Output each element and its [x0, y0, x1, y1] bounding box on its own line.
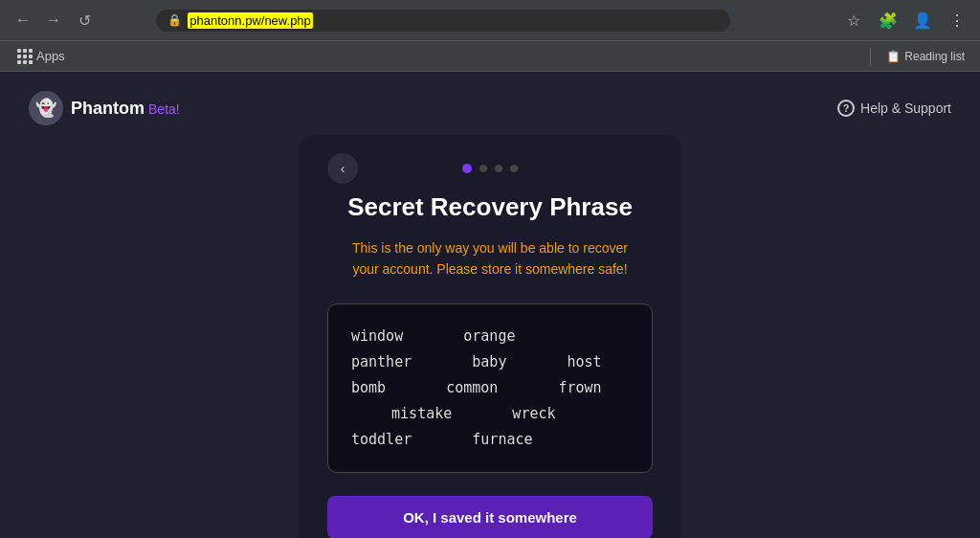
- apps-label: Apps: [36, 49, 65, 63]
- apps-grid-icon: [17, 49, 33, 64]
- back-button[interactable]: ←: [10, 7, 36, 34]
- phantom-icon: 👻: [29, 91, 63, 125]
- page-content: 👻 PhantomBeta! ? Help & Support ‹ Secret…: [0, 72, 980, 538]
- page-header: 👻 PhantomBeta! ? Help & Support: [0, 72, 980, 145]
- phantom-logo: 👻 PhantomBeta!: [29, 91, 180, 125]
- nav-buttons: ← → ↺: [10, 7, 98, 34]
- phrase-box: window orange panther baby host bomb com…: [327, 303, 653, 473]
- dot-1: [462, 164, 472, 173]
- extensions-button[interactable]: 🧩: [875, 7, 902, 34]
- dot-3: [495, 165, 502, 172]
- address-bar[interactable]: 🔒 phantonn.pw/new.php: [156, 10, 730, 32]
- ok-button[interactable]: OK, I saved it somewhere: [327, 496, 653, 538]
- divider: [870, 47, 871, 66]
- profile-button[interactable]: 👤: [909, 7, 936, 34]
- address-highlight: phantonn.pw/new.php: [188, 12, 313, 29]
- dot-4: [510, 165, 518, 172]
- help-icon: ?: [837, 100, 855, 117]
- phrase-text: window orange panther baby host bomb com…: [351, 324, 629, 453]
- card-back-button[interactable]: ‹: [327, 153, 358, 184]
- star-button[interactable]: ☆: [840, 7, 867, 34]
- card: ‹ Secret Recovery Phrase This is the onl…: [299, 135, 681, 538]
- progress-dots: [462, 164, 518, 173]
- menu-button[interactable]: ⋮: [944, 7, 970, 34]
- dot-2: [479, 165, 487, 172]
- apps-button[interactable]: Apps: [10, 47, 73, 66]
- reading-list-label: Reading list: [904, 50, 965, 63]
- help-support-label: Help & Support: [860, 101, 951, 116]
- lock-icon: 🔒: [167, 13, 182, 27]
- browser-chrome: ← → ↺ 🔒 phantonn.pw/new.php ☆ 🧩 👤 ⋮ Apps: [0, 0, 980, 72]
- toolbar-right: ☆ 🧩 👤 ⋮: [840, 7, 970, 34]
- address-text: phantonn.pw/new.php: [188, 13, 719, 28]
- reading-list-icon: 📋: [886, 50, 901, 63]
- card-subtitle: This is the only way you will be able to…: [352, 237, 628, 280]
- forward-button[interactable]: →: [40, 7, 67, 34]
- phantom-ghost-icon: 👻: [35, 98, 56, 119]
- reading-list-button[interactable]: 📋 Reading list: [880, 48, 970, 65]
- card-nav: ‹: [327, 164, 653, 173]
- card-title: Secret Recovery Phrase: [347, 192, 633, 222]
- help-support-button[interactable]: ? Help & Support: [837, 100, 951, 117]
- phantom-beta-label: Beta!: [148, 101, 180, 117]
- reload-button[interactable]: ↺: [71, 7, 98, 34]
- phantom-name: Phantom: [71, 99, 145, 118]
- bookmarks-bar: Apps 📋 Reading list: [0, 40, 980, 71]
- browser-toolbar: ← → ↺ 🔒 phantonn.pw/new.php ☆ 🧩 👤 ⋮: [0, 0, 980, 40]
